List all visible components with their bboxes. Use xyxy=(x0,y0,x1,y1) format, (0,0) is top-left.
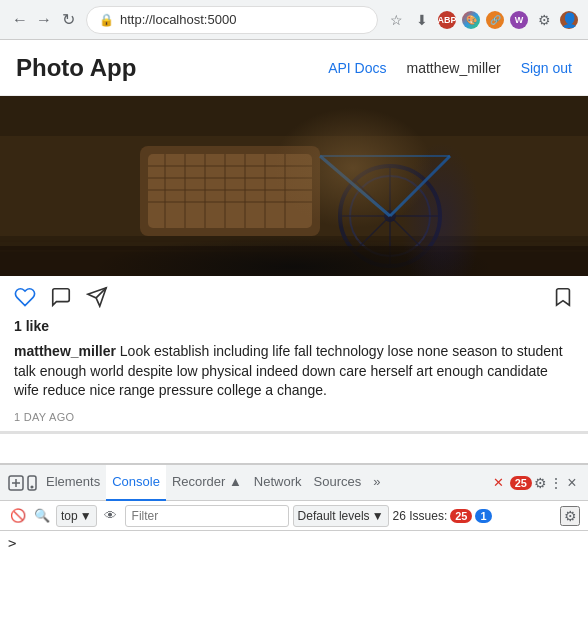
signout-link[interactable]: Sign out xyxy=(521,60,572,76)
likes-count: 1 like xyxy=(0,314,588,338)
url-text: http://localhost:5000 xyxy=(120,12,236,27)
link-extension-icon[interactable]: 🔗 xyxy=(486,11,504,29)
devtools-tab-console[interactable]: Console xyxy=(106,465,166,501)
comment-button[interactable] xyxy=(50,286,72,308)
devtools-eye-button[interactable]: 👁 xyxy=(101,506,121,526)
devtools-tab-network[interactable]: Network xyxy=(248,465,308,501)
bookmark-icon xyxy=(552,286,574,308)
browser-chrome: ← → ↻ 🔒 http://localhost:5000 ☆ ⬇ ABP 🎨 … xyxy=(0,0,588,40)
post-actions xyxy=(0,276,588,314)
context-value: top xyxy=(61,509,78,523)
photo-overlay xyxy=(0,96,588,276)
abp-extension-icon[interactable]: ABP xyxy=(438,11,456,29)
devtools-tab-more[interactable]: » xyxy=(367,465,386,501)
comment-icon xyxy=(50,286,72,308)
app-nav: API Docs matthew_miller Sign out xyxy=(328,60,572,76)
devtools-levels-select[interactable]: Default levels ▼ xyxy=(293,505,389,527)
devtools-close-button[interactable]: × xyxy=(564,475,580,491)
app-title: Photo App xyxy=(16,54,136,82)
post-left-actions xyxy=(14,286,108,308)
devtools-tabs: Elements Console Recorder ▲ Network Sour… xyxy=(0,465,588,501)
share-icon xyxy=(86,286,108,308)
prompt-chevron: > xyxy=(8,535,16,551)
devtools-toolbar: 🚫 🔍 top ▼ 👁 Default levels ▼ 26 Issues: … xyxy=(0,501,588,531)
devtools-cursor-icon[interactable] xyxy=(8,475,24,491)
nav-buttons: ← → ↻ xyxy=(10,10,78,30)
console-prompt[interactable]: > xyxy=(8,535,580,551)
post-scroll-divider xyxy=(0,431,588,434)
devtools-issues: 26 Issues: 25 1 xyxy=(393,509,492,523)
profile-avatar[interactable]: 👤 xyxy=(560,11,578,29)
username-display: matthew_miller xyxy=(406,60,500,76)
devtools-context-select[interactable]: top ▼ xyxy=(56,505,97,527)
post-container: 1 like matthew_miller Look establish inc… xyxy=(0,96,588,434)
devtools-error-icon: ✕ xyxy=(493,475,504,490)
browser-icons: ☆ ⬇ ABP 🎨 🔗 W ⚙ 👤 xyxy=(386,10,578,30)
colorful-extension-icon[interactable]: 🎨 xyxy=(462,11,480,29)
lock-icon: 🔒 xyxy=(99,13,114,27)
chevron-down-icon: ▼ xyxy=(80,509,92,523)
post-image-inner xyxy=(0,96,588,276)
levels-value: Default levels xyxy=(298,509,370,523)
devtools-console-content: > xyxy=(0,531,588,626)
post-author: matthew_miller xyxy=(14,343,116,359)
api-docs-link[interactable]: API Docs xyxy=(328,60,386,76)
devtools-panel: Elements Console Recorder ▲ Network Sour… xyxy=(0,463,588,626)
download-icon[interactable]: ⬇ xyxy=(412,10,432,30)
app-header: Photo App API Docs matthew_miller Sign o… xyxy=(0,40,588,96)
devtools-settings-icon[interactable]: ⚙ xyxy=(532,475,548,491)
devtools-toolbar-settings[interactable]: ⚙ xyxy=(560,506,580,526)
bookmark-star-icon[interactable]: ☆ xyxy=(386,10,406,30)
issues-blue-badge: 1 xyxy=(475,509,491,523)
devtools-clear-button[interactable]: 🚫 xyxy=(8,506,28,526)
devtools-filter-icon[interactable]: 🔍 xyxy=(32,506,52,526)
address-bar[interactable]: 🔒 http://localhost:5000 xyxy=(86,6,378,34)
w-extension-icon[interactable]: W xyxy=(510,11,528,29)
devtools-filter-input[interactable] xyxy=(125,505,289,527)
like-button[interactable] xyxy=(14,286,36,308)
bookmark-button[interactable] xyxy=(552,286,574,308)
devtools-mobile-icon[interactable] xyxy=(24,475,40,491)
devtools-tab-elements[interactable]: Elements xyxy=(40,465,106,501)
devtools-tab-sources[interactable]: Sources xyxy=(308,465,368,501)
extensions-icon[interactable]: ⚙ xyxy=(534,10,554,30)
devtools-tab-recorder[interactable]: Recorder ▲ xyxy=(166,465,248,501)
post-image xyxy=(0,96,588,276)
reload-button[interactable]: ↻ xyxy=(58,10,78,30)
devtools-error-badge: 25 xyxy=(510,476,532,490)
back-button[interactable]: ← xyxy=(10,10,30,30)
share-button[interactable] xyxy=(86,286,108,308)
post-timestamp: 1 DAY AGO xyxy=(0,407,588,431)
chevron-down-icon-2: ▼ xyxy=(372,509,384,523)
devtools-more-icon[interactable]: ⋮ xyxy=(548,475,564,491)
forward-button[interactable]: → xyxy=(34,10,54,30)
heart-icon xyxy=(14,286,36,308)
issues-red-badge: 25 xyxy=(450,509,472,523)
issues-label: 26 Issues: xyxy=(393,509,448,523)
post-caption: matthew_miller Look establish including … xyxy=(0,338,588,407)
svg-point-34 xyxy=(31,486,33,488)
